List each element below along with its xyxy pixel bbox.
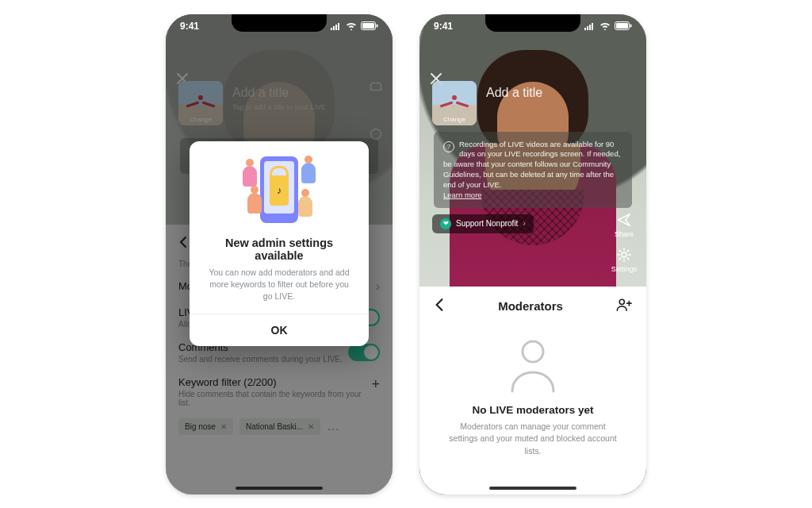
add-moderator-icon[interactable] xyxy=(616,298,632,315)
empty-user-icon xyxy=(508,336,558,393)
phone-right: 9:41 Change Add a title ? Recordings of … xyxy=(419,14,646,495)
heart-icon: ❤ xyxy=(440,218,451,229)
modal-body: You can now add moderators and add more … xyxy=(205,267,353,303)
modal-title: New admin settings available xyxy=(201,237,358,262)
moderators-sheet: Moderators No LIVE moderators yet Modera… xyxy=(419,287,646,495)
modal-ok-button[interactable]: OK xyxy=(190,314,369,346)
notch xyxy=(485,14,580,32)
sheet-title: Moderators xyxy=(445,299,616,313)
share-button[interactable]: Share xyxy=(608,211,640,238)
cover-thumbnail[interactable]: Change xyxy=(432,81,477,125)
empty-body: Moderators can manage your comment setti… xyxy=(446,421,620,458)
home-indicator[interactable] xyxy=(489,487,576,490)
recording-info-banner[interactable]: ? Recordings of LIVE videos are availabl… xyxy=(434,132,632,209)
modal-illustration: ♪ xyxy=(190,146,369,233)
learn-more-link[interactable]: Learn more xyxy=(443,190,482,199)
back-icon[interactable] xyxy=(434,298,445,315)
info-icon: ? xyxy=(443,141,454,152)
admin-settings-modal: ♪ New admin settings available You can n… xyxy=(190,141,369,347)
thumbnail-label: Change xyxy=(432,116,477,123)
svg-point-15 xyxy=(622,252,626,257)
notch xyxy=(232,14,327,32)
support-nonprofit-pill[interactable]: ❤ Support Nonprofit › xyxy=(432,214,534,233)
settings-button[interactable]: Settings xyxy=(608,246,640,273)
empty-heading: No LIVE moderators yet xyxy=(472,404,593,416)
home-indicator[interactable] xyxy=(236,487,323,490)
live-title-input[interactable]: Add a title xyxy=(486,86,542,100)
svg-point-17 xyxy=(523,341,543,362)
phone-left: 9:41 Change Add a title Tap to add a tit… xyxy=(166,14,393,495)
svg-point-16 xyxy=(619,299,624,304)
